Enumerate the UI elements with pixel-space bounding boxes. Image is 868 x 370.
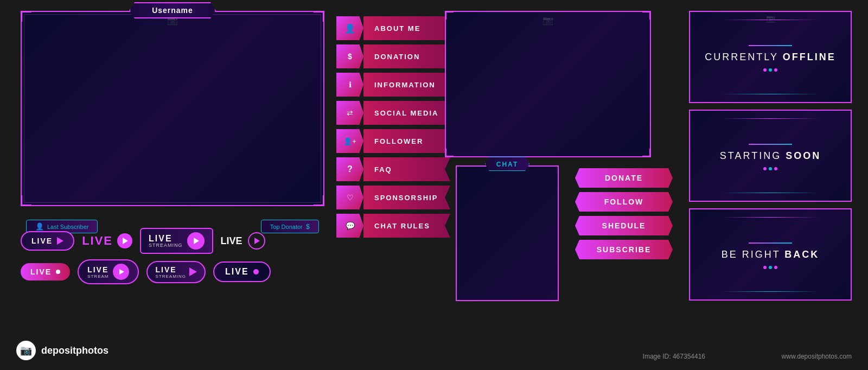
- chat-corner-tr: [551, 165, 559, 173]
- main-stream-frame: Username 📷 👤 Last Subscriber Top Donator…: [21, 11, 324, 206]
- chat-corner-bl: [456, 294, 463, 301]
- live-label-7: LIVE: [155, 265, 176, 274]
- chat-box: CHAT: [456, 165, 559, 301]
- chat-corner-tl: [456, 165, 463, 173]
- sponsorship-label: SPONSORSHIP: [363, 186, 450, 209]
- live-button-3[interactable]: LIVE STREAMING: [140, 228, 213, 254]
- brb-dots: [763, 266, 777, 269]
- live-button-8[interactable]: LIVE: [213, 261, 271, 282]
- chat-rules-label: CHAT RULES: [363, 214, 450, 238]
- offline-screen: 📷 CURRENTLY OFFLINE: [689, 11, 852, 103]
- subscribe-button[interactable]: SUBSCRIBE: [575, 240, 673, 259]
- brb-dot1: [763, 266, 767, 269]
- soon-line-top: [722, 118, 819, 119]
- offline-corner-br: [844, 95, 852, 103]
- depositphotos-text: depositphotos: [41, 345, 108, 356]
- second-stream-frame: 📷: [445, 11, 651, 157]
- chat-header: CHAT: [485, 157, 529, 171]
- offline-corner-tl: [689, 11, 697, 18]
- play-icon-3: [187, 232, 205, 250]
- sponsorship-icon: ♡: [336, 186, 363, 209]
- be-right-back-screen: BE RIGHT BACK: [689, 208, 852, 301]
- sf2-corner-br: [642, 149, 651, 157]
- live-label-2: LIVE: [82, 234, 113, 248]
- brb-line-top: [722, 217, 819, 218]
- live-button-7[interactable]: LIVE STREAMING: [146, 261, 206, 283]
- image-id: Image ID: 467354416: [643, 353, 705, 360]
- soon-dots: [763, 167, 777, 170]
- social-media-label: SOCIAL MEDIA: [363, 101, 450, 125]
- frame-corner-tl: [21, 11, 31, 22]
- brb-corner-tl: [689, 208, 697, 216]
- watermark: 📷 depositphotos: [16, 341, 108, 360]
- live-row-2: LIVE LIVE STREAM LIVE STREAMING LIVE: [21, 259, 271, 284]
- live-label-1: LIVE: [31, 237, 53, 245]
- live-button-4[interactable]: LIVE: [221, 232, 265, 250]
- frame-corner-bl: [21, 195, 31, 206]
- soon-text: STARTING SOON: [720, 150, 821, 162]
- play-circle-6: [113, 264, 129, 280]
- soon-line-bottom: [722, 193, 819, 193]
- chat-header-text: CHAT: [496, 161, 518, 168]
- play-triangle-1: [57, 237, 63, 245]
- panel-btn-follower[interactable]: 👤+ FOLLOWER: [336, 129, 450, 153]
- live-dot-5: [56, 270, 60, 274]
- follow-button[interactable]: FOLLOW: [575, 192, 673, 212]
- sf2-corner-tr: [642, 11, 651, 20]
- faq-label: FAQ: [363, 157, 450, 181]
- offline-corner-tr: [844, 11, 852, 18]
- panel-btn-information[interactable]: ℹ INFORMATION: [336, 73, 450, 97]
- brb-dot3: [774, 266, 777, 269]
- live-button-1[interactable]: LIVE: [21, 231, 74, 251]
- offline-text: CURRENTLY OFFLINE: [705, 52, 835, 63]
- soon-bold: SOON: [786, 150, 821, 161]
- soon-corner-tr: [844, 110, 852, 117]
- circle-outline-4: [248, 232, 265, 250]
- live-dot-8: [253, 269, 259, 275]
- frame-corner-br: [314, 195, 324, 206]
- sf2-corner-bl: [445, 149, 454, 157]
- panel-btn-donation[interactable]: $ DONATION: [336, 44, 450, 68]
- dot1: [763, 68, 767, 72]
- soon-dot2: [769, 167, 772, 170]
- faq-icon: ?: [336, 157, 363, 181]
- play-tri-2: [123, 238, 128, 244]
- offline-line-bottom: [722, 94, 819, 94]
- website-url: www.depositphotos.com: [782, 353, 852, 360]
- panel-buttons-container: 👤 ABOUT ME $ DONATION ℹ INFORMATION ⇄ SO…: [336, 16, 450, 238]
- offline-bold: OFFLINE: [783, 52, 836, 62]
- brb-corner-tr: [844, 208, 852, 216]
- play-tri-4: [254, 238, 260, 244]
- soon-corner-tl: [689, 110, 697, 117]
- live-label-8: LIVE: [225, 267, 249, 277]
- depositphotos-logo: 📷: [16, 341, 36, 360]
- about-me-label: ABOUT ME: [363, 16, 450, 40]
- donate-button[interactable]: DONATE: [575, 168, 673, 188]
- live-label-3: LIVE: [149, 234, 173, 243]
- donation-label: DONATION: [363, 44, 450, 68]
- live-button-2[interactable]: LIVE: [82, 233, 132, 248]
- schedule-button[interactable]: SHEDULE: [575, 216, 673, 235]
- live-label-6: LIVE: [87, 265, 108, 274]
- live-button-6[interactable]: LIVE STREAM: [78, 259, 139, 284]
- panel-btn-faq[interactable]: ? FAQ: [336, 157, 450, 181]
- panel-btn-chat-rules[interactable]: 💬 CHAT RULES: [336, 214, 450, 238]
- information-icon: ℹ: [336, 73, 363, 97]
- offline-dots: [763, 68, 777, 72]
- live-sublabel-3: STREAMING: [149, 243, 183, 248]
- play-tri-6: [119, 269, 124, 275]
- live-button-5[interactable]: LIVE: [21, 263, 70, 280]
- live-buttons-section: LIVE LIVE LIVE STREAMING LIVE: [21, 228, 271, 284]
- soon-dot3: [774, 167, 777, 170]
- panel-btn-sponsorship[interactable]: ♡ SPONSORSHIP: [336, 186, 450, 209]
- panel-btn-social-media[interactable]: ⇄ SOCIAL MEDIA: [336, 101, 450, 125]
- top-donator-text: Top Donator: [270, 224, 303, 230]
- play-tri-3: [194, 238, 199, 244]
- panel-btn-about-me[interactable]: 👤 ABOUT ME: [336, 16, 450, 40]
- follower-label: FOLLOWER: [363, 129, 450, 153]
- live-sublabel-7: STREAMING: [155, 274, 186, 279]
- about-me-icon: 👤: [336, 16, 363, 40]
- camera-icon-sf2: 📷: [542, 15, 553, 25]
- offline-accent-line: [749, 45, 792, 46]
- offline-corner-bl: [689, 95, 697, 103]
